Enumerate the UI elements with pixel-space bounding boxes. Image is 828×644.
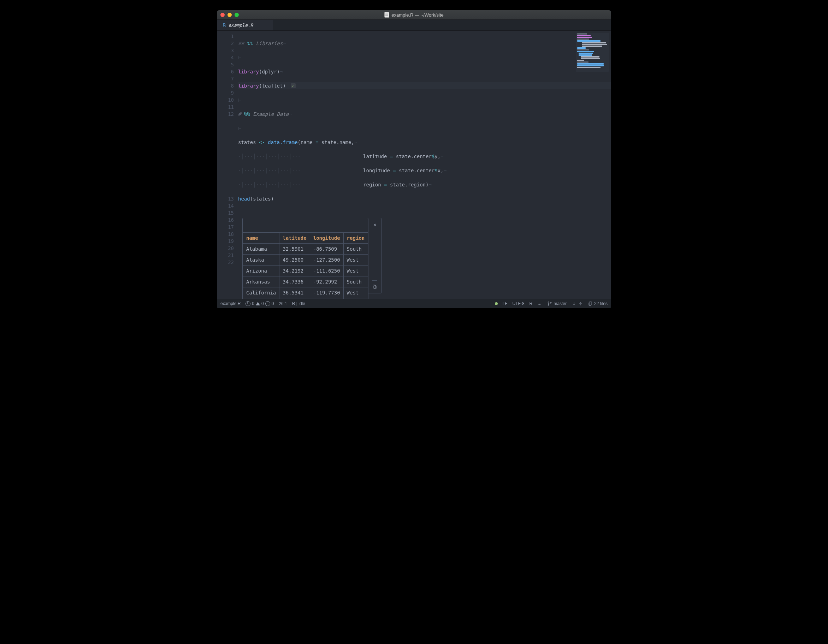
file-count[interactable]: 22 files (588, 301, 608, 306)
remote-status[interactable] (537, 301, 542, 306)
error-icon (246, 301, 251, 306)
minimap[interactable] (576, 33, 609, 72)
diagnostics[interactable]: 0 0 0 (246, 301, 274, 306)
files-icon (588, 301, 593, 306)
connection-status-icon (495, 302, 498, 305)
document-icon (384, 12, 389, 18)
titlebar: example.R — ~/Work/site (217, 10, 611, 20)
result-table-1: name latitude longitude region Alabama32… (243, 232, 368, 299)
editor-window: example.R — ~/Work/site ℝ example.R 1 2 … (217, 10, 611, 308)
git-sync[interactable] (572, 301, 583, 306)
svg-point-2 (548, 301, 549, 302)
git-branch-icon (547, 301, 552, 306)
close-result-button[interactable]: ✕ (373, 218, 376, 230)
editor-area[interactable]: 1 2 3 4 5 6 7 8 9 10 11 12 13 14 15 16 1… (217, 31, 611, 299)
code-content[interactable]: ## %% Libraries¬ ⊢ library(dplyr)¬ libra… (238, 31, 611, 299)
check-icon (291, 83, 296, 88)
git-branch[interactable]: master (547, 301, 567, 306)
signal-icon (537, 301, 542, 306)
info-icon (265, 301, 270, 306)
inline-result-1: name latitude longitude region Alabama32… (238, 216, 611, 299)
status-filename[interactable]: example.R (220, 301, 241, 306)
tab-bar: ℝ example.R (217, 20, 611, 31)
window-title: example.R — ~/Work/site (217, 12, 611, 18)
clipboard-icon (372, 285, 377, 290)
cursor-position[interactable]: 26:1 (279, 301, 287, 306)
status-bar: example.R 0 0 0 26:1 R | idle LF UTF-8 R… (217, 299, 611, 308)
svg-rect-5 (589, 302, 592, 305)
encoding[interactable]: UTF-8 (513, 301, 525, 306)
svg-rect-0 (374, 285, 376, 288)
upload-arrow-icon (578, 301, 583, 306)
svg-point-3 (548, 305, 549, 306)
copy-result-button[interactable] (372, 280, 377, 293)
tab-example-r[interactable]: ℝ example.R (217, 20, 273, 30)
line-ending[interactable]: LF (503, 301, 508, 306)
minimize-window-button[interactable] (227, 13, 232, 17)
download-arrow-icon (572, 301, 577, 306)
close-window-button[interactable] (220, 13, 225, 17)
window-title-text: example.R — ~/Work/site (391, 13, 444, 18)
line-gutter: 1 2 3 4 5 6 7 8 9 10 11 12 13 14 15 16 1… (217, 31, 238, 299)
runtime-status[interactable]: R | idle (292, 301, 305, 306)
r-file-icon: ℝ (223, 23, 226, 28)
warning-icon (256, 302, 260, 306)
grammar[interactable]: R (530, 301, 533, 306)
tab-filename: example.R (228, 23, 253, 28)
traffic-lights (220, 13, 239, 17)
maximize-window-button[interactable] (235, 13, 239, 17)
svg-point-4 (550, 302, 551, 303)
